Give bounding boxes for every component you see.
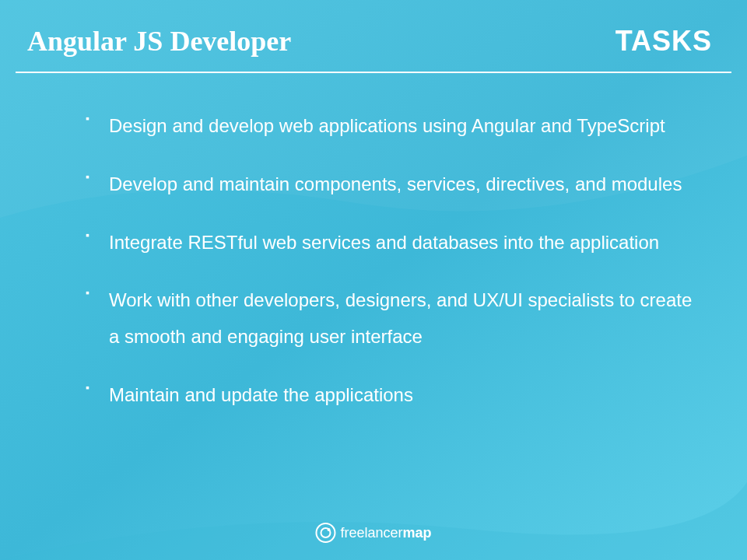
task-item: Develop and maintain components, service… [89, 166, 693, 203]
task-item: Integrate RESTful web services and datab… [89, 225, 693, 261]
task-item: Maintain and update the applications [89, 377, 693, 414]
header: Angular JS Developer TASKS [0, 0, 747, 72]
task-item: Design and develop web applications usin… [89, 108, 693, 145]
task-list: Design and develop web applications usin… [0, 73, 747, 414]
logo-icon [315, 523, 335, 543]
page-title: Angular JS Developer [27, 25, 291, 58]
section-label: TASKS [615, 25, 712, 58]
footer-logo: freelancermap [315, 523, 431, 543]
logo-text: freelancermap [340, 525, 431, 541]
task-item: Work with other developers, designers, a… [89, 282, 693, 355]
